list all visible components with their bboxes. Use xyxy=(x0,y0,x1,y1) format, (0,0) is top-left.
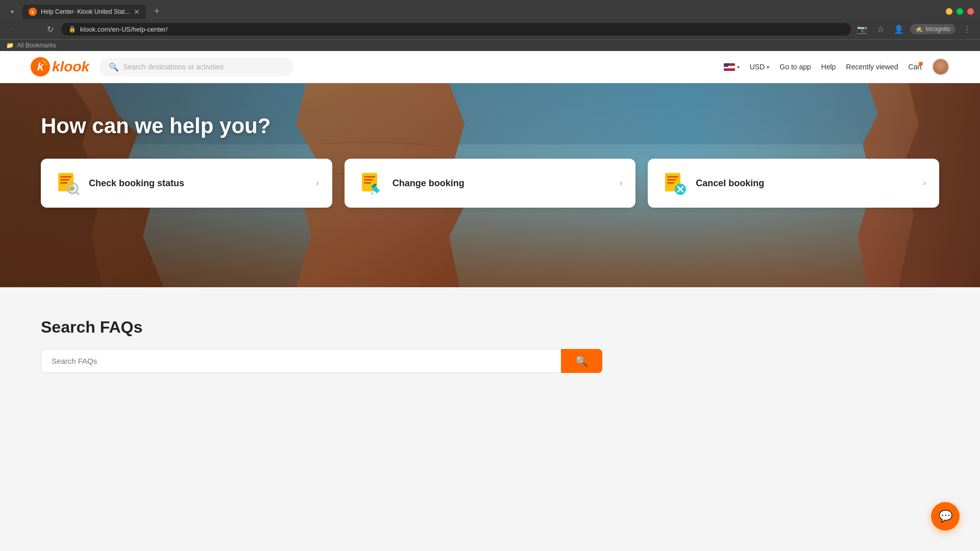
tab-favicon: k xyxy=(29,8,37,16)
search-icon: 🔍 xyxy=(109,62,119,72)
svg-rect-21 xyxy=(364,179,373,181)
change-booking-icon xyxy=(358,170,384,196)
hero-content: How can we help you? xyxy=(0,83,980,208)
us-flag-icon xyxy=(724,63,735,71)
faq-search-row: 🔍 xyxy=(41,349,602,373)
tab-close-button[interactable]: ✕ xyxy=(134,8,140,16)
url-text: klook.com/en-US/help-center/ xyxy=(80,26,167,33)
incognito-icon: 🕵️ xyxy=(915,26,923,33)
main-nav: k klook 🔍 Search destinations or activit… xyxy=(0,51,980,83)
refresh-button[interactable]: ↻ xyxy=(43,22,57,36)
faq-title: Search FAQs xyxy=(41,318,939,337)
close-button[interactable] xyxy=(967,8,974,15)
change-booking-card[interactable]: Change booking › xyxy=(345,159,636,208)
new-tab-button[interactable]: + xyxy=(150,4,164,19)
user-avatar[interactable] xyxy=(932,58,949,76)
cart-button[interactable]: Cart xyxy=(909,63,922,71)
cart-notification-dot xyxy=(919,62,923,66)
maximize-button[interactable] xyxy=(957,8,963,15)
hero-title: How can we help you? xyxy=(41,114,939,138)
back-button[interactable]: ← xyxy=(6,22,20,36)
cancel-booking-arrow: › xyxy=(923,179,926,188)
svg-rect-13 xyxy=(60,182,67,184)
svg-rect-12 xyxy=(60,179,69,181)
nav-help[interactable]: Help xyxy=(821,63,836,71)
currency-label: USD xyxy=(750,63,765,71)
search-placeholder: Search destinations or activities xyxy=(123,63,224,71)
currency-dropdown-arrow: ▾ xyxy=(767,64,769,70)
check-booking-label: Check booking status xyxy=(89,178,308,189)
incognito-badge: 🕵️ Incognito xyxy=(910,24,955,34)
svg-point-15 xyxy=(69,185,76,192)
menu-button[interactable]: ⋮ xyxy=(960,22,974,36)
incognito-label: Incognito xyxy=(925,26,950,33)
nav-right: ▾ USD ▾ Go to app Help Recently viewed C… xyxy=(724,58,949,76)
nav-go-to-app[interactable]: Go to app xyxy=(779,63,811,71)
bookmarks-bar: 📁 All Bookmarks xyxy=(0,39,980,51)
cancel-booking-icon xyxy=(661,170,688,196)
svg-point-6 xyxy=(46,64,47,65)
faq-search-button-icon: 🔍 xyxy=(575,355,588,367)
bookmarks-folder-icon: 📁 xyxy=(6,42,14,49)
lock-icon: 🔒 xyxy=(68,26,76,33)
active-tab[interactable]: k Help Center- Klook United Stat... ✕ xyxy=(22,5,146,19)
change-booking-arrow: › xyxy=(620,179,622,188)
tab-list-button[interactable]: ▾ xyxy=(6,6,18,18)
svg-rect-28 xyxy=(667,179,676,181)
tab-title: Help Center- Klook United Stat... xyxy=(41,8,130,15)
klook-logo-icon: k xyxy=(31,57,50,77)
svg-text:k: k xyxy=(37,60,44,73)
svg-rect-29 xyxy=(667,182,674,184)
minimize-button[interactable] xyxy=(946,8,952,15)
forward-button[interactable]: → xyxy=(24,22,39,36)
nav-recently-viewed[interactable]: Recently viewed xyxy=(846,63,898,71)
address-bar[interactable]: 🔒 klook.com/en-US/help-center/ xyxy=(61,23,851,36)
svg-rect-11 xyxy=(60,176,71,178)
avatar-image xyxy=(933,59,948,74)
logo-text: klook xyxy=(52,59,89,75)
svg-rect-22 xyxy=(364,182,371,184)
currency-selector[interactable]: USD ▾ xyxy=(750,63,770,71)
cancel-booking-label: Cancel booking xyxy=(696,178,915,189)
check-booking-card[interactable]: Check booking status › xyxy=(41,159,332,208)
change-booking-label: Change booking xyxy=(393,178,611,189)
cancel-booking-card[interactable]: Cancel booking › xyxy=(648,159,939,208)
svg-marker-24 xyxy=(371,192,373,195)
svg-rect-20 xyxy=(364,176,375,178)
language-selector[interactable]: ▾ xyxy=(724,63,740,71)
faq-search-input[interactable] xyxy=(41,349,561,373)
lang-dropdown-arrow: ▾ xyxy=(737,64,740,70)
check-booking-arrow: › xyxy=(316,179,318,188)
main-search-bar[interactable]: 🔍 Search destinations or activities xyxy=(100,58,293,77)
bookmarks-label: All Bookmarks xyxy=(17,42,56,49)
svg-point-5 xyxy=(42,60,44,62)
bookmark-star-icon[interactable]: ☆ xyxy=(873,22,888,36)
svg-rect-27 xyxy=(667,176,678,178)
faq-search-button[interactable]: 🔍 xyxy=(561,349,602,373)
svg-point-4 xyxy=(44,61,46,63)
faq-section: Search FAQs 🔍 xyxy=(0,287,980,404)
camera-icon[interactable]: 📷 xyxy=(855,22,869,36)
check-booking-icon xyxy=(54,170,81,196)
action-cards-row: Check booking status › xyxy=(41,159,939,208)
svg-line-16 xyxy=(76,192,79,194)
klook-logo[interactable]: k klook xyxy=(31,57,89,77)
hero-section: How can we help you? xyxy=(0,83,980,287)
profile-icon[interactable]: 👤 xyxy=(892,22,906,36)
